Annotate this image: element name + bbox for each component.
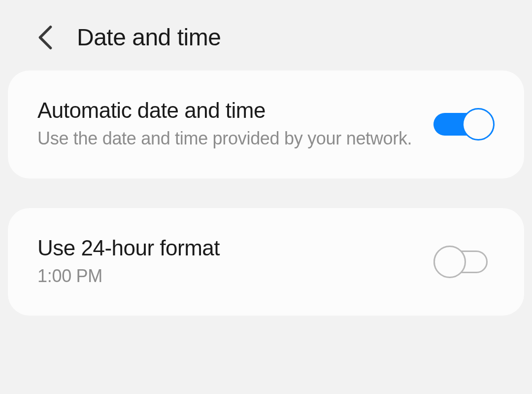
toggle-thumb	[433, 246, 466, 278]
setting-automatic-date-time[interactable]: Automatic date and time Use the date and…	[8, 71, 524, 179]
setting-subtitle: Use the date and time provided by your n…	[37, 127, 414, 151]
toggle-24-hour-format[interactable]	[433, 246, 495, 278]
setting-subtitle: 1:00 PM	[37, 264, 414, 288]
setting-content: Automatic date and time Use the date and…	[37, 98, 433, 151]
toggle-automatic-date-time[interactable]	[433, 108, 495, 141]
setting-title: Use 24-hour format	[37, 236, 414, 260]
setting-content: Use 24-hour format 1:00 PM	[37, 236, 433, 288]
back-button[interactable]	[37, 24, 53, 51]
chevron-left-icon	[37, 24, 53, 51]
setting-24-hour-format[interactable]: Use 24-hour format 1:00 PM	[8, 208, 524, 316]
toggle-thumb	[462, 108, 495, 141]
page-title: Date and time	[77, 24, 221, 51]
header: Date and time	[0, 0, 532, 71]
setting-title: Automatic date and time	[37, 98, 414, 123]
